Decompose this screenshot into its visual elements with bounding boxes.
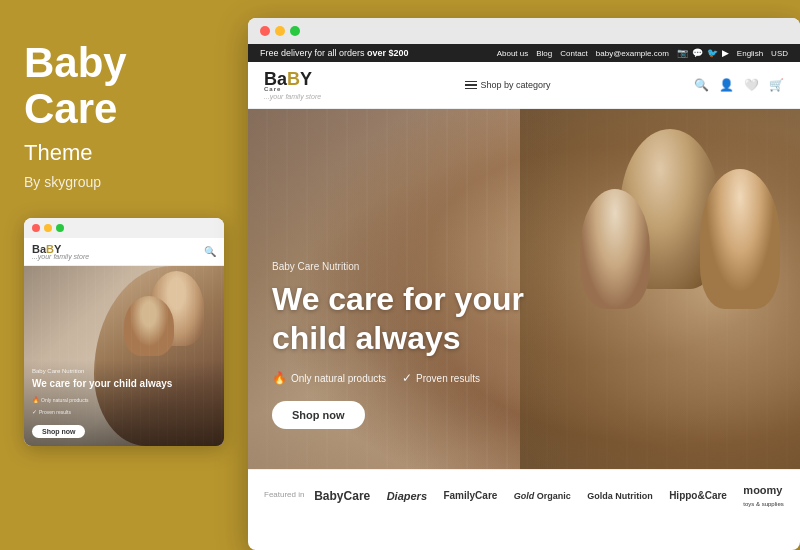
hero-badge-natural: 🔥 Only natural products (272, 371, 386, 385)
theme-subtitle: Theme (24, 140, 92, 166)
facebook-icon[interactable]: 💬 (692, 48, 703, 58)
mini-badge-1: 🔥 Only natural products (32, 396, 89, 403)
nav-tagline: ...your family store (264, 93, 321, 100)
mini-hero-overlay: Baby Care Nutrition We care for your chi… (24, 360, 224, 446)
mini-search-icon: 🔍 (204, 246, 216, 257)
mini-proven-icon: ✓ (32, 408, 37, 415)
tiktok-icon[interactable]: ▶ (722, 48, 729, 58)
top-bar-right: About us Blog Contact baby@example.com 📷… (497, 48, 788, 58)
nav-logo: BaBY Care ...your family store (264, 70, 321, 100)
mini-shop-button[interactable]: Shop now (32, 425, 85, 438)
account-icon[interactable]: 👤 (719, 78, 734, 92)
mini-logo: BaBY ...your family store (32, 243, 89, 260)
top-bar-links: About us Blog Contact baby@example.com (497, 49, 669, 58)
contact-link[interactable]: Contact (560, 49, 588, 58)
main-dot-red (260, 26, 270, 36)
twitter-icon[interactable]: 🐦 (707, 48, 718, 58)
main-dot-green (290, 26, 300, 36)
theme-by: By skygroup (24, 174, 101, 190)
hamburger-icon (465, 81, 477, 90)
mini-logo-group: BaBY ...your family store (32, 243, 89, 260)
brand-gold-organic: Gold Organic (514, 491, 571, 501)
top-bar: Free delivery for all orders over $200 A… (248, 44, 800, 62)
main-dot-yellow (275, 26, 285, 36)
featured-label: Featured in (264, 490, 314, 500)
mini-dot-yellow (44, 224, 52, 232)
hero-badges: 🔥 Only natural products ✓ Proven results (272, 371, 524, 385)
nav-logo-mark: BaBY Care ...your family store (264, 70, 321, 100)
hero-content: Baby Care Nutrition We care for your chi… (272, 261, 524, 429)
brand-diapers: Diapers (387, 490, 427, 502)
left-panel: Baby Care Theme By skygroup BaBY ...your… (0, 0, 248, 550)
main-browser-bar (248, 18, 800, 44)
main-nav: BaBY Care ...your family store Shop by c… (248, 62, 800, 109)
main-hero: Baby Care Nutrition We care for your chi… (248, 109, 800, 469)
hero-badge-proven: ✓ Proven results (402, 371, 480, 385)
nav-logo-text: BaBY Care (264, 70, 321, 92)
mini-badges-2: ✓ Proven results (32, 408, 216, 415)
brand-golda: Golda Nutrition (587, 491, 653, 501)
wishlist-icon[interactable]: 🤍 (744, 78, 759, 92)
mini-category-label: Baby Care Nutrition (32, 368, 216, 374)
mini-badges: 🔥 Only natural products (32, 396, 216, 403)
brand-moomy: moomytoys & supplies (743, 484, 783, 508)
mini-natural-icon: 🔥 (32, 396, 39, 403)
instagram-icon[interactable]: 📷 (677, 48, 688, 58)
brands-list: BabyCare Diapers FamilyCare Gold Organic… (314, 484, 784, 508)
hero-category-label: Baby Care Nutrition (272, 261, 524, 272)
brand-hippo: Hippo&Care (669, 490, 727, 501)
hero-title: We care for your child always (272, 280, 524, 357)
mini-badge-2: ✓ Proven results (32, 408, 71, 415)
email-link[interactable]: baby@example.com (596, 49, 669, 58)
currency-selector[interactable]: USD (771, 49, 788, 58)
hero-figure2 (700, 169, 780, 309)
hero-shop-button[interactable]: Shop now (272, 401, 365, 429)
about-link[interactable]: About us (497, 49, 529, 58)
language-selector[interactable]: English (737, 49, 763, 58)
brand-family-care: FamilyCare (443, 490, 497, 501)
mini-hero-title: We care for your child always (32, 377, 216, 390)
mini-dot-green (56, 224, 64, 232)
mini-dot-red (32, 224, 40, 232)
search-icon[interactable]: 🔍 (694, 78, 709, 92)
cart-icon[interactable]: 🛒 (769, 78, 784, 92)
blog-link[interactable]: Blog (536, 49, 552, 58)
proven-icon: ✓ (402, 371, 412, 385)
nav-category[interactable]: Shop by category (465, 80, 551, 90)
brand-baby-care: BabyCare (314, 489, 370, 503)
nav-icons: 🔍 👤 🤍 🛒 (694, 78, 784, 92)
natural-icon: 🔥 (272, 371, 287, 385)
top-bar-promo: Free delivery for all orders over $200 (260, 48, 409, 58)
mini-tagline: ...your family store (32, 253, 89, 260)
mini-hero: Baby Care Nutrition We care for your chi… (24, 266, 224, 446)
brands-bar: Featured in BabyCare Diapers FamilyCare … (248, 469, 800, 521)
mini-nav: BaBY ...your family store 🔍 (24, 238, 224, 266)
top-bar-icons: 📷 💬 🐦 ▶ (677, 48, 729, 58)
theme-title: Baby Care (24, 40, 127, 132)
mini-browser: BaBY ...your family store 🔍 Baby Care Nu… (24, 218, 224, 446)
hero-figure3 (580, 189, 650, 309)
main-browser: Free delivery for all orders over $200 A… (248, 18, 800, 550)
mini-browser-bar (24, 218, 224, 238)
